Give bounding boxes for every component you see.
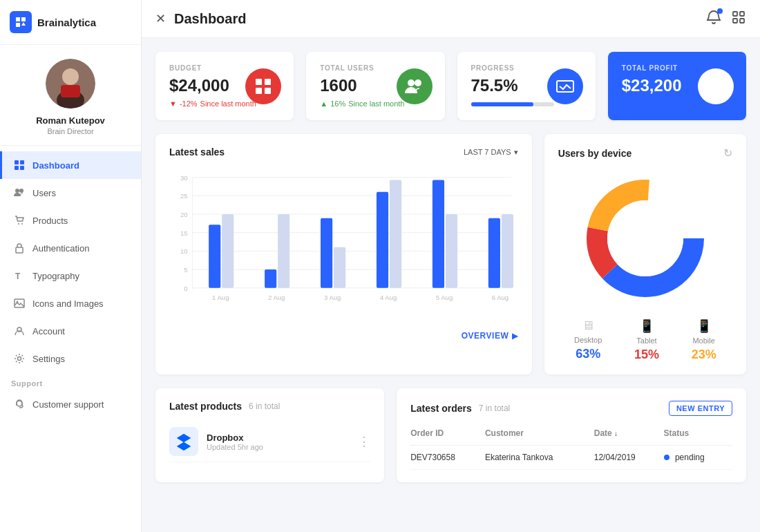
svg-rect-54	[321, 218, 332, 288]
sales-bar-chart: 30 25 20 15 10 5 0 1 Aug 2 Aug	[169, 167, 518, 319]
sidebar-label-account: Account	[32, 326, 65, 336]
kpi-progress: PROGRESS 75.5%	[457, 52, 596, 120]
charts-row: Latest sales LAST 7 DAYS ▾	[155, 134, 746, 374]
device-desktop: 🖥 Desktop 63%	[574, 319, 602, 362]
svg-rect-48	[209, 225, 220, 287]
product-name-dropbox: Dropbox	[207, 433, 350, 443]
sidebar-item-typography[interactable]: T Typography	[0, 262, 141, 289]
svg-text:T: T	[15, 272, 21, 281]
sidebar-item-products[interactable]: Products	[0, 207, 141, 234]
sales-chart-header: Latest sales LAST 7 DAYS ▾	[169, 146, 518, 158]
svg-text:5: 5	[184, 266, 187, 274]
sidebar-item-customer-support[interactable]: Customer support	[0, 390, 141, 418]
svg-point-17	[18, 357, 21, 361]
svg-marker-72	[177, 442, 191, 450]
svg-text:15: 15	[180, 229, 188, 237]
device-legend: 🖥 Desktop 63% 📱 Tablet 15% 📱 Mobile 23%	[558, 319, 732, 362]
svg-rect-19	[16, 403, 17, 406]
kpi-budget: BUDGET $24,000 ▼ -12% Since last month	[155, 52, 294, 120]
svg-rect-23	[733, 19, 737, 23]
svg-point-30	[415, 79, 421, 86]
col-date[interactable]: Date ↓	[594, 426, 664, 446]
expand-icon[interactable]	[731, 10, 746, 28]
products-count: 6 in total	[249, 401, 280, 411]
text-icon: T	[13, 269, 26, 282]
period-selector[interactable]: LAST 7 DAYS ▾	[464, 148, 518, 157]
new-entry-button[interactable]: NEW ENTRY	[669, 401, 732, 416]
header-actions	[706, 10, 746, 28]
sidebar-item-icons-images[interactable]: Icons and Images	[0, 289, 141, 317]
col-customer: Customer	[485, 426, 594, 446]
order-id-cell: DEV730658	[410, 446, 485, 470]
orders-section-header: Latest orders 7 in total NEW ENTRY	[410, 401, 732, 416]
progress-bar-fill	[471, 102, 534, 106]
svg-rect-22	[740, 12, 744, 16]
date-cell: 12/04/2019	[594, 446, 664, 470]
sidebar-label-icons-images: Icons and Images	[32, 298, 104, 309]
sidebar-item-settings[interactable]: Settings	[0, 345, 141, 372]
col-order-id: Order ID	[410, 426, 485, 446]
latest-orders-card: Latest orders 7 in total NEW ENTRY Order…	[397, 388, 746, 482]
col-status: Status	[664, 426, 732, 446]
latest-products-card: Latest products 6 in total Dropbox	[155, 388, 384, 482]
arrow-up-icon: ▲	[320, 99, 327, 108]
svg-rect-28	[265, 88, 271, 94]
device-tablet: 📱 Tablet 15%	[634, 319, 659, 362]
svg-rect-25	[256, 79, 262, 85]
close-icon[interactable]: ✕	[155, 11, 166, 26]
image-icon	[13, 297, 26, 310]
svg-text:10: 10	[180, 247, 188, 255]
products-section-title: Latest products	[169, 401, 242, 412]
svg-text:4 Aug: 4 Aug	[380, 294, 397, 301]
sort-icon: ↓	[614, 430, 618, 437]
overview-link[interactable]: OVERVIEW ▶	[169, 322, 518, 341]
shopping-icon	[13, 214, 26, 227]
sidebar-item-account[interactable]: Account	[0, 317, 141, 345]
svg-point-18	[17, 401, 22, 406]
svg-text:6 Aug: 6 Aug	[492, 294, 509, 301]
svg-point-11	[21, 223, 23, 225]
kpi-profit: TOTAL PROFIT $23,200 $	[608, 52, 746, 120]
svg-text:2 Aug: 2 Aug	[268, 294, 285, 301]
sidebar-label-authentication: Authentication	[32, 243, 89, 254]
svg-rect-51	[265, 269, 276, 288]
sidebar-label-products: Products	[32, 216, 68, 226]
svg-marker-71	[177, 434, 191, 442]
sidebar-item-users[interactable]: Users	[0, 179, 141, 207]
refresh-icon[interactable]: ↻	[723, 146, 732, 160]
overview-anchor[interactable]: OVERVIEW	[462, 331, 509, 341]
kpi-budget-icon	[245, 68, 281, 104]
customer-cell: Ekaterina Tankova	[485, 446, 594, 470]
svg-rect-26	[265, 79, 271, 85]
svg-rect-6	[15, 166, 19, 170]
desktop-icon: 🖥	[582, 319, 594, 333]
product-more-icon[interactable]: ⋮	[358, 434, 370, 449]
users-icon	[13, 187, 26, 199]
sidebar-item-dashboard[interactable]: Dashboard	[0, 151, 141, 179]
orders-section-title: Latest orders	[410, 403, 472, 414]
settings-icon	[13, 352, 26, 365]
svg-rect-12	[16, 247, 23, 253]
sidebar-item-authentication[interactable]: Authentication	[0, 234, 141, 262]
lock-icon	[13, 242, 26, 254]
svg-rect-24	[740, 19, 744, 23]
svg-rect-55	[334, 247, 345, 288]
sidebar-label-typography: Typography	[32, 271, 79, 281]
avatar	[46, 59, 95, 108]
notification-icon[interactable]	[706, 10, 721, 28]
svg-text:0: 0	[184, 285, 187, 292]
page-title: Dashboard	[174, 11, 698, 27]
svg-text:3 Aug: 3 Aug	[324, 294, 341, 301]
user-profile-section: Roman Kutepov Brain Director	[0, 45, 141, 146]
sales-chart-title: Latest sales	[169, 146, 225, 158]
table-row: DEV730658 Ekaterina Tankova 12/04/2019 p…	[410, 446, 732, 470]
logo-area: Brainalytica	[0, 0, 141, 45]
users-by-device-card: Users by device ↻	[544, 134, 746, 374]
sidebar-label-settings: Settings	[32, 354, 65, 364]
sidebar-label-dashboard: Dashboard	[32, 160, 79, 171]
svg-text:30: 30	[180, 174, 188, 182]
svg-rect-21	[733, 12, 737, 16]
latest-sales-card: Latest sales LAST 7 DAYS ▾	[155, 134, 532, 374]
sidebar-label-customer-support: Customer support	[32, 399, 104, 410]
svg-rect-49	[222, 214, 234, 288]
